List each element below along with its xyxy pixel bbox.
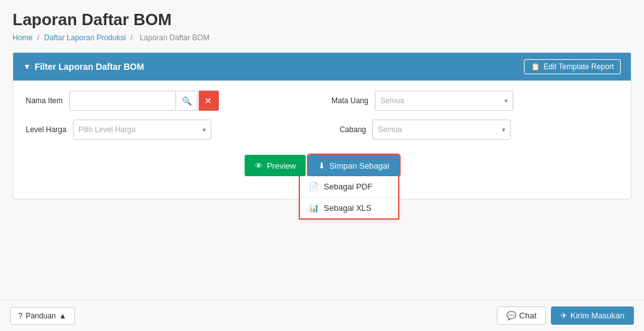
level-harga-label: Level Harga (26, 125, 67, 135)
panduan-chevron-icon: ▲ (59, 311, 67, 320)
edit-template-button[interactable]: 📋 Edit Template Report (524, 59, 621, 74)
sebagai-xls-item[interactable]: 📊 Sebagai XLS (300, 198, 398, 218)
kirim-masukan-button[interactable]: ✈ Kirim Masukan (551, 306, 634, 325)
simpan-container: ⬇ Simpan Sebagai 📄 Sebagai PDF 📊 Sebagai… (306, 155, 399, 176)
pdf-icon: 📄 (309, 182, 319, 191)
cabang-select[interactable]: Semua (372, 120, 511, 140)
search-icon: 🔍 (182, 96, 192, 106)
send-icon: ✈ (560, 311, 567, 320)
bottom-right-actions: 💬 Chat ✈ Kirim Masukan (497, 306, 634, 325)
level-harga-select-wrapper: Pilih Level Harga (73, 120, 211, 140)
nama-item-label: Nama Item (26, 96, 63, 106)
breadcrumb-sep2: / (130, 33, 132, 42)
search-button[interactable]: 🔍 (177, 91, 197, 111)
simpan-sebagai-label: Simpan Sebagai (329, 161, 389, 171)
nama-item-input-group: 🔍 ✕ (69, 91, 219, 111)
sebagai-xls-label: Sebagai XLS (324, 203, 372, 213)
mata-uang-label: Mata Uang (331, 96, 369, 106)
mata-uang-select[interactable]: Semua (375, 91, 513, 111)
xls-icon: 📊 (309, 203, 319, 213)
edit-template-label: Edit Template Report (543, 62, 614, 71)
chat-button[interactable]: 💬 Chat (497, 306, 546, 325)
preview-label: Preview (267, 161, 296, 171)
eye-icon: 👁 (255, 161, 263, 171)
breadcrumb: Home / Daftar Laporan Produksi / Laporan… (13, 33, 631, 42)
breadcrumb-parent[interactable]: Daftar Laporan Produksi (44, 33, 126, 42)
simpan-dropdown-menu: 📄 Sebagai PDF 📊 Sebagai XLS (299, 176, 399, 220)
nama-item-input[interactable] (69, 91, 176, 111)
question-icon: ? (18, 311, 23, 320)
filter-group-cabang: Cabang Semua (331, 120, 618, 140)
panduan-button[interactable]: ? Panduan ▲ (10, 307, 75, 325)
kirim-masukan-label: Kirim Masukan (570, 311, 625, 320)
save-icon: ⬇ (318, 161, 325, 171)
cabang-label: Cabang (331, 125, 366, 135)
page-title: Laporan Daftar BOM (13, 10, 631, 30)
mata-uang-select-wrapper: Semua (375, 91, 513, 111)
preview-button[interactable]: 👁 Preview (245, 155, 306, 176)
bottom-bar: ? Panduan ▲ 💬 Chat ✈ Kirim Masukan (0, 300, 644, 331)
level-harga-select[interactable]: Pilih Level Harga (73, 120, 211, 140)
simpan-sebagai-button[interactable]: ⬇ Simpan Sebagai (308, 155, 399, 176)
clear-button[interactable]: ✕ (199, 91, 219, 111)
edit-doc-icon: 📋 (531, 62, 540, 71)
filter-title: Filter Laporan Daftar BOM (35, 62, 144, 72)
filter-header-left: ▼ Filter Laporan Daftar BOM (23, 62, 144, 72)
filter-body: Nama Item 🔍 ✕ Mata Uang (13, 81, 631, 199)
filter-row-2: Level Harga Pilih Level Harga Cabang Sem… (26, 120, 618, 140)
filter-toggle-icon[interactable]: ▼ (23, 62, 31, 71)
filter-group-mata-uang: Mata Uang Semua (331, 91, 618, 111)
breadcrumb-sep1: / (37, 33, 39, 42)
clear-icon: ✕ (204, 96, 212, 106)
filter-card: ▼ Filter Laporan Daftar BOM 📋 Edit Templ… (13, 52, 631, 199)
cabang-select-wrapper: Semua (372, 120, 511, 140)
chat-label: Chat (519, 311, 536, 320)
filter-header: ▼ Filter Laporan Daftar BOM 📋 Edit Templ… (13, 53, 631, 81)
filter-group-level-harga: Level Harga Pilih Level Harga (26, 120, 313, 140)
filter-group-nama-item: Nama Item 🔍 ✕ (26, 91, 313, 111)
breadcrumb-current: Laporan Daftar BOM (140, 33, 209, 42)
filter-row-1: Nama Item 🔍 ✕ Mata Uang (26, 91, 618, 111)
chat-icon: 💬 (506, 311, 516, 320)
sebagai-pdf-item[interactable]: 📄 Sebagai PDF (300, 176, 398, 198)
breadcrumb-home[interactable]: Home (13, 33, 33, 42)
filter-actions: 👁 Preview ⬇ Simpan Sebagai 📄 Sebagai PDF (26, 149, 618, 189)
panduan-label: Panduan (26, 311, 56, 320)
sebagai-pdf-label: Sebagai PDF (324, 182, 372, 191)
